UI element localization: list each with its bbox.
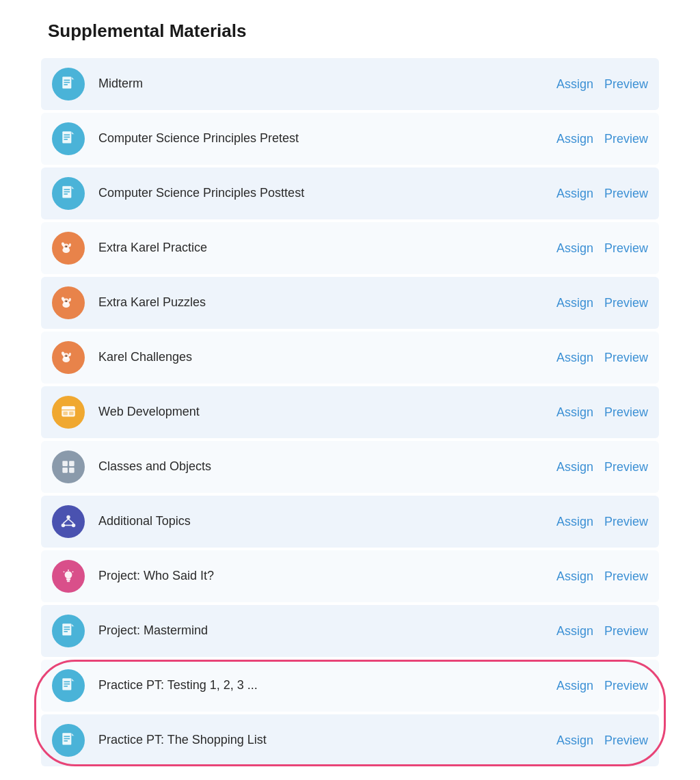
- item-icon-practice-pt-testing: [52, 669, 85, 702]
- svg-line-48: [64, 571, 64, 572]
- svg-point-22: [66, 301, 67, 302]
- preview-link-extra-karel-practice[interactable]: Preview: [604, 241, 648, 256]
- svg-rect-2: [64, 82, 70, 83]
- assign-link-extra-karel-practice[interactable]: Assign: [556, 241, 593, 256]
- preview-link-classes-objects[interactable]: Preview: [604, 460, 648, 474]
- item-name-cs-principles-posttest: Computer Science Principles Posttest: [98, 185, 556, 201]
- svg-rect-60: [64, 738, 70, 740]
- action-links-midterm: AssignPreview: [556, 77, 648, 92]
- material-row-practice-pt-testing: Practice PT: Testing 1, 2, 3 ...AssignPr…: [41, 660, 659, 712]
- material-row-practice-pt-shopping: Practice PT: The Shopping ListAssignPrev…: [41, 714, 659, 766]
- action-links-practice-pt-shopping: AssignPreview: [556, 734, 648, 748]
- action-links-web-development: AssignPreview: [556, 405, 648, 420]
- preview-link-karel-challenges[interactable]: Preview: [604, 351, 648, 365]
- preview-link-mastermind[interactable]: Preview: [604, 624, 648, 638]
- material-row-mastermind: Project: MastermindAssignPreview: [41, 605, 659, 657]
- item-name-practice-pt-testing: Practice PT: Testing 1, 2, 3 ...: [98, 677, 556, 693]
- svg-rect-61: [64, 740, 68, 742]
- assign-link-midterm[interactable]: Assign: [556, 77, 593, 92]
- assign-link-practice-pt-shopping[interactable]: Assign: [556, 734, 593, 748]
- preview-link-midterm[interactable]: Preview: [604, 77, 648, 92]
- preview-link-practice-pt-shopping[interactable]: Preview: [604, 734, 648, 748]
- item-name-extra-karel-puzzles: Extra Karel Puzzles: [98, 295, 556, 310]
- item-name-cs-principles-pretest: Computer Science Principles Pretest: [98, 131, 556, 146]
- svg-point-28: [66, 355, 67, 357]
- assign-link-karel-challenges[interactable]: Assign: [556, 351, 593, 365]
- preview-link-extra-karel-puzzles[interactable]: Preview: [604, 296, 648, 310]
- assign-link-extra-karel-puzzles[interactable]: Assign: [556, 296, 593, 310]
- preview-link-cs-principles-posttest[interactable]: Preview: [604, 187, 648, 201]
- preview-link-additional-topics[interactable]: Preview: [604, 515, 648, 529]
- svg-rect-35: [62, 461, 68, 466]
- svg-line-42: [63, 519, 68, 524]
- svg-rect-33: [63, 412, 68, 415]
- svg-point-14: [62, 247, 70, 253]
- svg-rect-52: [64, 629, 70, 630]
- svg-rect-56: [64, 684, 70, 685]
- svg-rect-9: [64, 189, 70, 191]
- preview-link-cs-principles-pretest[interactable]: Preview: [604, 132, 648, 146]
- action-links-cs-principles-pretest: AssignPreview: [556, 132, 648, 146]
- assign-link-cs-principles-posttest[interactable]: Assign: [556, 187, 593, 201]
- item-icon-cs-principles-pretest: [52, 122, 85, 155]
- item-name-additional-topics: Additional Topics: [98, 513, 556, 529]
- action-links-extra-karel-practice: AssignPreview: [556, 241, 648, 256]
- assign-link-mastermind[interactable]: Assign: [556, 624, 593, 638]
- svg-rect-36: [69, 461, 75, 466]
- item-icon-classes-objects: [52, 450, 85, 483]
- svg-rect-46: [67, 581, 70, 582]
- material-row-midterm: MidtermAssignPreview: [41, 58, 659, 110]
- preview-link-practice-pt-testing[interactable]: Preview: [604, 679, 648, 693]
- assign-link-cs-principles-pretest[interactable]: Assign: [556, 132, 593, 146]
- svg-rect-59: [64, 736, 70, 738]
- item-name-classes-objects: Classes and Objects: [98, 459, 556, 474]
- action-links-extra-karel-puzzles: AssignPreview: [556, 296, 648, 310]
- material-row-who-said-it: Project: Who Said It?AssignPreview: [41, 550, 659, 602]
- svg-rect-1: [64, 80, 70, 81]
- svg-point-45: [65, 571, 72, 578]
- assign-link-classes-objects[interactable]: Assign: [556, 460, 593, 474]
- svg-rect-31: [62, 406, 75, 409]
- materials-list: MidtermAssignPreviewComputer Science Pri…: [41, 58, 659, 766]
- material-row-karel-challenges: Karel ChallengesAssignPreview: [41, 332, 659, 384]
- action-links-karel-challenges: AssignPreview: [556, 351, 648, 365]
- item-name-who-said-it: Project: Who Said It?: [98, 568, 556, 584]
- svg-rect-38: [69, 468, 75, 473]
- item-name-karel-challenges: Karel Challenges: [98, 349, 556, 365]
- action-links-classes-objects: AssignPreview: [556, 460, 648, 474]
- highlighted-section: Practice PT: Testing 1, 2, 3 ...AssignPr…: [41, 660, 659, 766]
- action-links-cs-principles-posttest: AssignPreview: [556, 187, 648, 201]
- item-icon-web-development: [52, 396, 85, 429]
- assign-link-web-development[interactable]: Assign: [556, 405, 593, 420]
- svg-rect-6: [64, 137, 70, 138]
- preview-link-web-development[interactable]: Preview: [604, 405, 648, 420]
- svg-rect-5: [64, 135, 70, 136]
- item-icon-additional-topics: [52, 505, 85, 538]
- material-row-extra-karel-practice: Extra Karel PracticeAssignPreview: [41, 222, 659, 274]
- item-name-extra-karel-practice: Extra Karel Practice: [98, 240, 556, 256]
- svg-rect-51: [64, 627, 70, 628]
- item-icon-mastermind: [52, 615, 85, 647]
- svg-point-26: [62, 356, 70, 362]
- preview-link-who-said-it[interactable]: Preview: [604, 569, 648, 584]
- action-links-mastermind: AssignPreview: [556, 624, 648, 638]
- item-icon-cs-principles-posttest: [52, 177, 85, 210]
- assign-link-additional-topics[interactable]: Assign: [556, 515, 593, 529]
- material-row-classes-objects: Classes and ObjectsAssignPreview: [41, 441, 659, 493]
- item-name-midterm: Midterm: [98, 76, 556, 92]
- action-links-who-said-it: AssignPreview: [556, 569, 648, 584]
- material-row-web-development: Web DevelopmentAssignPreview: [41, 386, 659, 438]
- item-icon-who-said-it: [52, 560, 85, 593]
- svg-rect-34: [69, 412, 74, 415]
- svg-rect-57: [64, 686, 68, 687]
- svg-rect-10: [64, 191, 70, 193]
- material-row-extra-karel-puzzles: Extra Karel PuzzlesAssignPreview: [41, 277, 659, 329]
- assign-link-who-said-it[interactable]: Assign: [556, 569, 593, 584]
- svg-rect-3: [64, 84, 68, 85]
- svg-rect-11: [64, 193, 68, 195]
- action-links-additional-topics: AssignPreview: [556, 515, 648, 529]
- item-icon-midterm: [52, 68, 85, 100]
- assign-link-practice-pt-testing[interactable]: Assign: [556, 679, 593, 693]
- item-icon-practice-pt-shopping: [52, 724, 85, 757]
- svg-line-49: [72, 571, 73, 572]
